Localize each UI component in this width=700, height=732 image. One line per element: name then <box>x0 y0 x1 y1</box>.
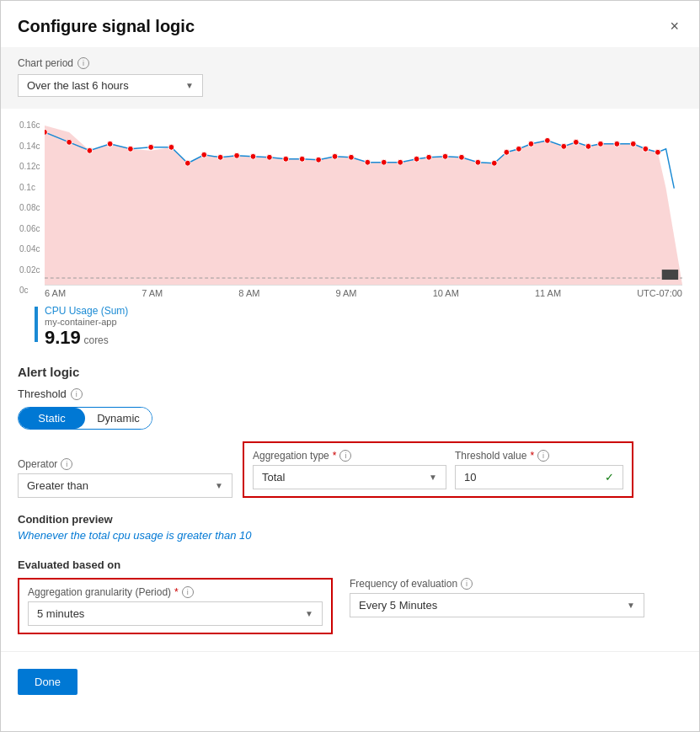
svg-point-12 <box>217 154 223 160</box>
frequency-chevron-icon: ▼ <box>627 601 635 610</box>
aggregation-granularity-label: Aggregation granularity (Period) * i <box>28 586 323 598</box>
svg-point-15 <box>266 154 272 160</box>
svg-point-40 <box>643 146 649 152</box>
svg-point-10 <box>184 160 190 166</box>
svg-point-39 <box>630 141 636 147</box>
legend-text: CPU Usage (Sum) my-container-app 9.19 co… <box>45 305 128 349</box>
footer: Done <box>1 651 699 712</box>
fields-row: Operator i Greater than ▼ Aggregation ty… <box>18 441 682 498</box>
svg-marker-1 <box>45 126 682 285</box>
svg-point-13 <box>234 152 240 158</box>
svg-point-21 <box>365 159 371 165</box>
aggregation-granularity-dropdown[interactable]: 5 minutes ▼ <box>28 601 323 626</box>
svg-point-37 <box>598 141 604 147</box>
aggregation-granularity-chevron-icon: ▼ <box>305 609 313 618</box>
svg-point-30 <box>504 149 510 155</box>
svg-point-34 <box>561 143 567 149</box>
operator-chevron-icon: ▼ <box>215 481 223 490</box>
svg-point-6 <box>107 141 113 147</box>
svg-point-7 <box>128 146 134 152</box>
svg-point-28 <box>475 159 481 165</box>
svg-point-4 <box>67 139 72 145</box>
done-button[interactable]: Done <box>18 669 77 695</box>
svg-point-26 <box>442 153 448 159</box>
chart-period-chevron-icon: ▼ <box>185 81 194 90</box>
alert-logic-title: Alert logic <box>18 365 682 379</box>
chart-utc-label: UTC-07:00 <box>637 288 682 298</box>
aggregation-threshold-box: Aggregation type * i Total ▼ Threshold v… <box>243 441 633 498</box>
svg-rect-42 <box>662 270 678 280</box>
chart-period-dropdown[interactable]: Over the last 6 hours ▼ <box>18 74 203 97</box>
svg-point-18 <box>316 157 322 163</box>
operator-dropdown[interactable]: Greater than ▼ <box>18 473 232 498</box>
threshold-value-label: Threshold value * i <box>455 450 623 462</box>
svg-point-33 <box>544 137 550 143</box>
chart-x-labels: 6 AM 7 AM 8 AM 9 AM 10 AM 11 AM UTC-07:0… <box>45 286 682 298</box>
close-button[interactable]: × <box>666 14 682 39</box>
aggregation-granularity-info-icon: i <box>182 586 194 598</box>
svg-point-17 <box>299 156 305 162</box>
svg-point-24 <box>414 156 419 162</box>
threshold-value-group: Threshold value * i 10 ✓ <box>455 450 623 489</box>
legend-label: CPU Usage (Sum) <box>45 305 128 317</box>
svg-point-8 <box>148 144 154 150</box>
condition-preview-section: Condition preview Whenever the total cpu… <box>1 505 699 550</box>
chart-legend: CPU Usage (Sum) my-container-app 9.19 co… <box>18 298 682 349</box>
svg-point-31 <box>516 146 522 152</box>
legend-sub: my-container-app <box>45 317 128 327</box>
chart-y-labels: 0.16c 0.14c 0.12c 0.1c 0.08c 0.06c 0.04c… <box>18 117 41 298</box>
aggregation-type-dropdown[interactable]: Total ▼ <box>253 465 446 489</box>
operator-label: Operator i <box>18 458 232 470</box>
threshold-toggle-group[interactable]: Static Dynamic <box>18 407 152 430</box>
legend-row: CPU Usage (Sum) my-container-app 9.19 co… <box>35 305 682 349</box>
frequency-label: Frequency of evaluation i <box>350 578 644 590</box>
svg-point-23 <box>398 159 403 165</box>
svg-point-25 <box>426 154 432 160</box>
chart-svg <box>45 117 682 285</box>
operator-group: Operator i Greater than ▼ <box>18 458 232 498</box>
svg-point-11 <box>201 152 207 158</box>
svg-point-38 <box>614 141 620 147</box>
svg-point-20 <box>349 154 355 160</box>
threshold-label: Threshold i <box>18 387 682 400</box>
condition-text: Whenever the total cpu usage is greater … <box>18 529 682 542</box>
threshold-value-input[interactable]: 10 ✓ <box>455 465 623 489</box>
frequency-dropdown[interactable]: Every 5 Minutes ▼ <box>350 593 644 617</box>
svg-point-5 <box>87 147 93 153</box>
static-toggle-button[interactable]: Static <box>19 408 85 429</box>
chart-wrapper: 0.16c 0.14c 0.12c 0.1c 0.08c 0.06c 0.04c… <box>18 117 682 298</box>
condition-preview-title: Condition preview <box>18 513 682 526</box>
modal-container: Configure signal logic × Chart period i … <box>0 0 700 732</box>
aggregation-type-chevron-icon: ▼ <box>429 473 437 482</box>
svg-point-9 <box>168 144 174 150</box>
chart-period-label: Chart period i <box>18 57 682 69</box>
chart-area: 0.16c 0.14c 0.12c 0.1c 0.08c 0.06c 0.04c… <box>1 109 699 353</box>
chart-container <box>45 117 682 286</box>
svg-point-16 <box>283 156 289 162</box>
dynamic-toggle-button[interactable]: Dynamic <box>85 408 152 429</box>
operator-info-icon: i <box>61 458 72 470</box>
evaluated-title: Evaluated based on <box>18 558 682 571</box>
legend-unit: cores <box>83 334 108 346</box>
svg-point-41 <box>655 149 660 155</box>
alert-logic-section: Alert logic Threshold i Static Dynamic O… <box>1 353 699 498</box>
evaluated-section: Evaluated based on Aggregation granulari… <box>1 550 699 634</box>
threshold-value-info-icon: i <box>537 450 549 462</box>
aggregation-type-label: Aggregation type * i <box>253 450 446 462</box>
eval-row: Aggregation granularity (Period) * i 5 m… <box>18 578 682 634</box>
svg-point-19 <box>332 153 338 159</box>
svg-point-22 <box>381 159 387 165</box>
aggregation-type-group: Aggregation type * i Total ▼ <box>253 450 446 489</box>
legend-color-bar <box>35 307 38 342</box>
aggregation-granularity-group: Aggregation granularity (Period) * i 5 m… <box>28 586 323 626</box>
aggregation-type-info-icon: i <box>339 450 351 462</box>
svg-point-27 <box>459 154 465 160</box>
svg-point-29 <box>491 160 497 166</box>
modal-header: Configure signal logic × <box>1 1 699 47</box>
svg-point-32 <box>528 141 534 147</box>
frequency-group: Frequency of evaluation i Every 5 Minute… <box>350 578 644 617</box>
svg-point-3 <box>45 129 47 135</box>
chart-period-info-icon: i <box>77 57 89 69</box>
svg-point-36 <box>585 143 591 149</box>
aggregation-granularity-box: Aggregation granularity (Period) * i 5 m… <box>18 578 333 634</box>
